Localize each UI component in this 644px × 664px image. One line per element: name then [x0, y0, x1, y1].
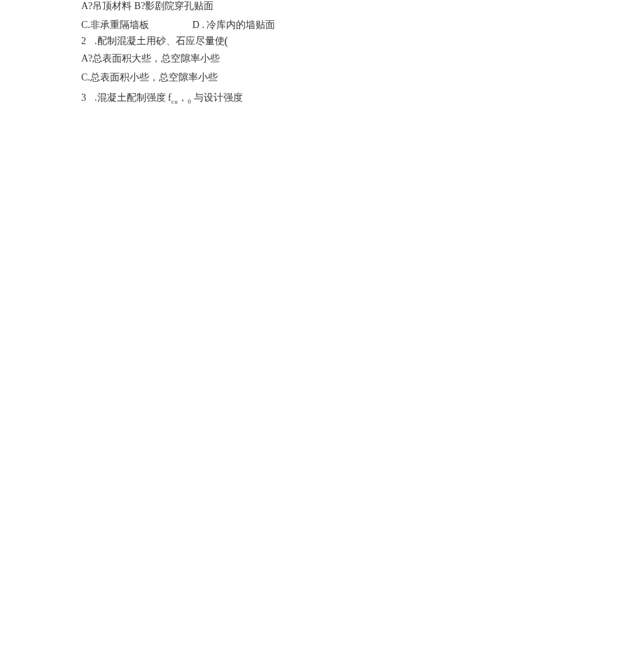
- document-page: A?吊顶材料 B?影剧院穿孔贴面 C.非承重隔墙板D . 冷库内的墙贴面 2.配…: [0, 0, 644, 105]
- text: C.总表面积小些，总空隙率小些: [81, 72, 218, 83]
- question-2-line: 2.配制混凝土用砂、石应尽量使(: [81, 36, 644, 47]
- text: A?总表面积大些，总空隙率小些: [81, 53, 220, 64]
- option-line-c2: C.总表面积小些，总空隙率小些: [81, 73, 644, 83]
- option-d-text: D . 冷库内的墙贴面: [192, 20, 276, 30]
- option-line-cd: C.非承重隔墙板D . 冷库内的墙贴面: [81, 20, 644, 30]
- option-line-ab: A?吊顶材料 B?影剧院穿孔贴面: [81, 1, 644, 11]
- question-text: .配制混凝土用砂、石应尽量使: [94, 36, 225, 46]
- option-line-a2: A?总表面积大些，总空隙率小些: [81, 54, 644, 64]
- question-number: 3: [81, 92, 86, 103]
- option-c-text: C.非承重隔墙板: [81, 20, 149, 30]
- subscript-cu: cu: [172, 98, 178, 105]
- open-paren: (: [225, 35, 228, 47]
- question-number: 2: [81, 36, 86, 46]
- text-b: 与设计强度: [191, 92, 243, 103]
- question-3-line: 3.混凝土配制强度 fcu，0 与设计强度: [81, 93, 644, 105]
- text: A?吊顶材料 B?影剧院穿孔贴面: [81, 1, 214, 11]
- comma: ，: [178, 92, 188, 103]
- text-a: .混凝土配制强度 f: [94, 92, 172, 103]
